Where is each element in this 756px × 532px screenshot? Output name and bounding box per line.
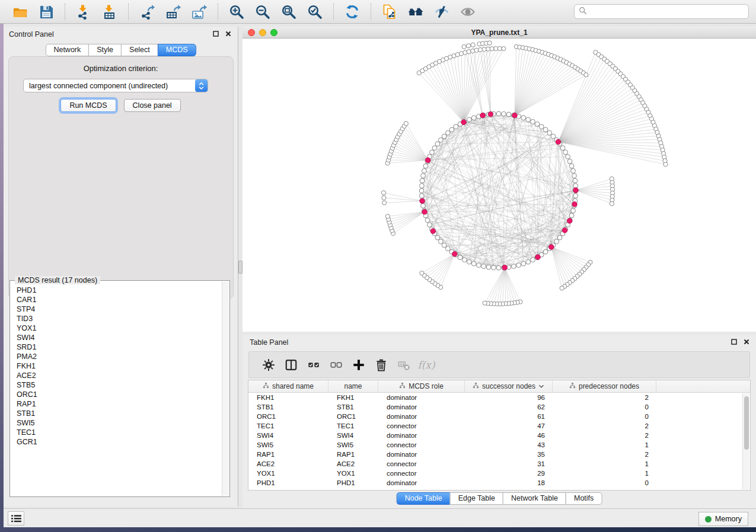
- table-row[interactable]: TEC1TEC1connector472: [248, 421, 750, 431]
- table-row[interactable]: ORC1ORC1dominator610: [248, 412, 750, 421]
- mcds-list-scrollbar[interactable]: [222, 281, 229, 496]
- mcds-result-item[interactable]: YOX1: [17, 323, 222, 333]
- sort-descending-icon: [538, 382, 544, 390]
- mcds-result-item[interactable]: TEC1: [17, 428, 222, 437]
- mcds-result-item[interactable]: PHD1: [17, 286, 222, 295]
- table-row[interactable]: SWI5SWI5connector431: [248, 440, 750, 450]
- toolbar-separator: [218, 4, 218, 20]
- import-network-icon[interactable]: [76, 4, 91, 20]
- close-panel-button[interactable]: Close panel: [124, 99, 181, 112]
- table-row[interactable]: RAP1RAP1dominator352: [248, 450, 750, 459]
- zoom-selected-icon[interactable]: [307, 4, 323, 20]
- table-cell: SWI4: [248, 431, 328, 440]
- column-header-successor-nodes[interactable]: successor nodes: [465, 380, 553, 392]
- column-header-MCDS-role[interactable]: MCDS role: [378, 380, 465, 392]
- network-window-titlebar[interactable]: YPA_prune.txt_1: [243, 27, 756, 39]
- refresh-icon[interactable]: [344, 4, 360, 20]
- zoom-out-icon[interactable]: [255, 4, 270, 20]
- minimize-window-icon[interactable]: [259, 29, 266, 36]
- table-cell: 29: [465, 469, 553, 478]
- vertical-splitter[interactable]: [238, 27, 243, 507]
- export-network-icon[interactable]: [139, 4, 155, 20]
- tab-mcds[interactable]: MCDS: [158, 44, 196, 56]
- table-row[interactable]: PHD1PHD1dominator180: [248, 478, 750, 488]
- column-label: successor nodes: [482, 382, 535, 390]
- mcds-result-item[interactable]: STB5: [17, 380, 222, 390]
- mcds-result-item[interactable]: RAP1: [17, 399, 222, 409]
- table-settings-icon[interactable]: [261, 358, 276, 372]
- export-image-icon[interactable]: [192, 4, 207, 20]
- zoom-fit-icon[interactable]: [281, 4, 296, 20]
- mcds-result-item[interactable]: ORC1: [17, 390, 222, 399]
- table-row[interactable]: SWI4SWI4dominator462: [248, 431, 750, 440]
- column-header-shared-name[interactable]: shared name: [248, 380, 328, 392]
- close-panel-icon[interactable]: [744, 339, 750, 345]
- table-row[interactable]: ACE2ACE2connector311: [248, 459, 750, 469]
- deselect-all-icon[interactable]: [329, 358, 343, 372]
- mcds-result-item[interactable]: FKH1: [17, 361, 222, 371]
- table-cell: dominator: [378, 478, 465, 488]
- tab-node-table[interactable]: Node Table: [397, 492, 451, 505]
- save-session-icon[interactable]: [39, 4, 54, 20]
- table-cell: STB1: [248, 402, 328, 412]
- first-neighbors-icon[interactable]: [408, 4, 423, 20]
- clone-network-icon[interactable]: [382, 4, 397, 20]
- table-cell: 46: [465, 431, 553, 440]
- memory-button[interactable]: Memory: [698, 512, 748, 526]
- search-field[interactable]: [574, 4, 749, 19]
- column-header-name[interactable]: name: [328, 380, 378, 392]
- column-header-predecessor-nodes[interactable]: predecessor nodes: [553, 380, 656, 392]
- show-columns-icon[interactable]: [284, 358, 298, 372]
- close-panel-icon[interactable]: [225, 31, 232, 37]
- float-panel-icon[interactable]: [731, 339, 738, 345]
- mcds-result-item[interactable]: ACE2: [17, 371, 222, 380]
- select-all-icon[interactable]: [307, 358, 321, 372]
- tab-motifs[interactable]: Motifs: [566, 492, 602, 505]
- mcds-result-item[interactable]: CAR1: [17, 295, 222, 305]
- attribute-type-icon: [399, 382, 406, 390]
- table-row[interactable]: STB1STB1dominator620: [248, 402, 750, 412]
- hide-selected-icon[interactable]: [434, 4, 449, 20]
- task-history-button[interactable]: [8, 511, 24, 525]
- criterion-select[interactable]: largest connected component (undirected): [23, 79, 208, 92]
- table-cell: PHD1: [248, 478, 328, 488]
- search-input[interactable]: [590, 8, 744, 16]
- zoom-in-icon[interactable]: [229, 4, 244, 20]
- attribute-type-icon: [473, 382, 479, 390]
- tab-select[interactable]: Select: [121, 44, 158, 56]
- splitter-handle[interactable]: [238, 261, 243, 274]
- network-canvas[interactable]: [243, 39, 756, 332]
- tab-network[interactable]: Network: [45, 44, 89, 56]
- mcds-result-item[interactable]: GCR1: [17, 437, 222, 447]
- table-cell: FKH1: [328, 393, 378, 402]
- function-builder-icon: f(x): [419, 358, 433, 372]
- tab-style[interactable]: Style: [88, 44, 122, 56]
- open-file-icon[interactable]: [12, 4, 28, 20]
- mcds-result-item[interactable]: SWI5: [17, 418, 222, 428]
- add-row-icon[interactable]: [352, 358, 366, 372]
- table-scrollbar-thumb[interactable]: [744, 396, 749, 450]
- table-scrollbar[interactable]: [742, 393, 749, 489]
- maximize-window-icon[interactable]: [270, 29, 277, 36]
- close-window-icon[interactable]: [248, 29, 255, 36]
- mcds-result-item[interactable]: SWI4: [17, 333, 222, 342]
- select-stepper-icon: [195, 79, 208, 92]
- float-panel-icon[interactable]: [213, 31, 219, 37]
- mcds-result-item[interactable]: SRD1: [17, 342, 222, 352]
- mcds-result-item[interactable]: TID3: [17, 314, 222, 323]
- export-table-icon[interactable]: [165, 4, 181, 20]
- import-table-icon[interactable]: [102, 4, 117, 20]
- delete-row-icon[interactable]: [374, 358, 388, 372]
- table-cell: 1: [553, 459, 656, 469]
- table-row[interactable]: FKH1FKH1dominator962: [248, 393, 750, 402]
- tab-edge-table[interactable]: Edge Table: [450, 492, 503, 505]
- mcds-result-item[interactable]: PMA2: [17, 352, 222, 361]
- mcds-result-item[interactable]: STB1: [17, 409, 222, 418]
- table-row[interactable]: YOX1YOX1connector291: [248, 469, 750, 478]
- mcds-tab-content: [8, 56, 234, 299]
- table-cell: 62: [465, 402, 553, 412]
- column-label: name: [344, 382, 362, 390]
- tab-network-table[interactable]: Network Table: [503, 492, 566, 505]
- run-mcds-button[interactable]: Run MCDS: [60, 99, 116, 112]
- mcds-result-item[interactable]: STP4: [17, 305, 222, 314]
